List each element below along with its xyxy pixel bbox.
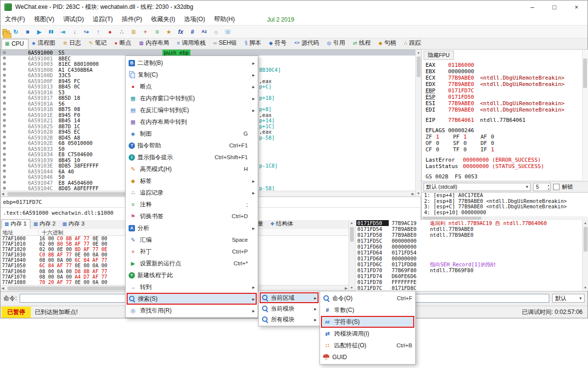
toolbar-button[interactable]: ↓ — [69, 27, 80, 37]
view-tab[interactable]: ⇄ 线程 — [349, 37, 375, 49]
context-menu-item[interactable]: B 二进制(B) ▸ — [127, 57, 257, 69]
toolbar-button[interactable]: + — [139, 27, 151, 37]
context-menu-item[interactable]: i 显示指令提示 Ctrl+Shift+F1 — [127, 151, 257, 163]
cpu-flag[interactable]: SF0 — [453, 140, 481, 146]
breakpoint-dot[interactable] — [3, 175, 6, 178]
context-menu-item[interactable]: 搜索(S) ▸ — [127, 293, 257, 305]
register-value[interactable]: 0171FD50 — [448, 94, 474, 100]
breakpoint-dot[interactable] — [3, 124, 6, 127]
stack-row[interactable]: 0171FD78 FFFFFFFE — [356, 279, 582, 285]
stack-row[interactable]: 0171FD58 77B9ABE0 ntdll.77B9ABE0 — [356, 232, 582, 238]
cpu-flag[interactable]: TF0 — [453, 146, 481, 153]
view-tab[interactable]: ▦ CPU — [1, 39, 28, 49]
context-menu-item[interactable]: ◆ 标签 ▸ — [127, 175, 257, 187]
context-menu-item[interactable]: ∴ 追踪记录 ▸ — [127, 187, 257, 198]
register-value[interactable]: 77B64061 — [448, 117, 474, 123]
argument-row[interactable]: 1: [esp+4] A0C17EEA — [422, 193, 588, 198]
breakpoint-dot[interactable] — [3, 113, 6, 116]
context-menu-item[interactable]: ≡ 注释 ; — [127, 198, 257, 210]
memory-vertical-scrollbar[interactable] — [348, 220, 354, 291]
toolbar-button[interactable]: Az — [198, 27, 210, 37]
stack-row[interactable]: 0171FD70 77B69F80 ntdll.77B69F80 — [356, 267, 582, 273]
view-tab[interactable]: ◎ 引用 — [323, 37, 349, 49]
breakpoint-dot[interactable] — [3, 153, 6, 156]
arguments-pane[interactable]: 1: [esp+4] A0C17EEA 2: [esp+8] 77B9ABE0 … — [421, 193, 588, 220]
context-menu-item[interactable]: ▦ 在内存窗口中转到(E) ▸ — [127, 92, 257, 104]
breakpoint-dot[interactable] — [3, 85, 6, 88]
stack-vertical-scrollbar[interactable] — [582, 220, 588, 291]
toolbar-button[interactable]: ☼ — [210, 27, 222, 37]
arguments-scrollbar[interactable] — [422, 216, 588, 220]
view-tab[interactable]: ≡ 调用堆栈 — [174, 37, 210, 49]
cpu-flag[interactable]: DF0 — [481, 140, 508, 146]
stack-row[interactable]: 0171FD50 77B9AC19 返回到 ntdll.77B9AC19 自 n… — [356, 220, 582, 226]
stack-view[interactable]: 0171FD50 77B9AC19 返回到 ntdll.77B9AC19 自 n… — [356, 220, 582, 291]
menubar-item[interactable]: 视图(V) — [29, 14, 59, 25]
breakpoint-dot[interactable] — [3, 119, 6, 122]
view-tab[interactable]: ≣ 日志 — [60, 37, 85, 49]
toolbar-button[interactable]: ↪ — [80, 27, 92, 37]
submenu-item[interactable]: ⇄ 跨模块调用(I) — [321, 328, 414, 340]
view-tab[interactable]: ◆ 符号 — [266, 37, 291, 49]
breakpoint-dot[interactable] — [3, 90, 6, 93]
menubar-item[interactable]: 调试(D) — [59, 14, 88, 25]
context-menu-item[interactable]: ✎ 高亮模式(H) H — [127, 163, 257, 175]
menubar-item[interactable]: 文件(F) — [0, 14, 29, 25]
context-menu-item[interactable]: ⚑ 切换书签 Ctrl+D — [127, 210, 257, 222]
titlebar[interactable]: WeChat.exe - PID: 263C - 模块: wechatwin.d… — [0, 0, 588, 14]
toolbar-button[interactable]: # — [187, 27, 198, 37]
maximize-button[interactable]: □ — [543, 0, 565, 14]
register-value[interactable]: 0171FD7C — [448, 87, 474, 94]
context-menu-item[interactable]: ◎ 查找引用(R) ▸ — [127, 305, 257, 316]
stack-row[interactable]: 0171FD5C 00000000 — [356, 238, 582, 244]
bottom-tab[interactable]: ▦ 内存 3 — [59, 219, 88, 229]
view-tab[interactable]: <> 源代码 — [291, 37, 324, 49]
register-row[interactable]: EBX 00000000 — [426, 68, 588, 75]
context-menu-item[interactable]: ▤ 在反汇编中转到(E) ▸ — [127, 104, 257, 116]
toolbar-button[interactable]: ★ — [163, 27, 175, 37]
breakpoint-dot[interactable] — [3, 79, 6, 82]
cpu-flag[interactable]: ZF1 — [426, 134, 453, 140]
view-tab[interactable]: § 脚本 — [241, 37, 266, 49]
cpu-flag[interactable]: PF1 — [453, 134, 481, 140]
eflags-row[interactable]: EFLAGS 00000246 — [426, 127, 588, 134]
view-tab[interactable]: ∞ SEH链 — [210, 37, 241, 49]
register-row[interactable]: EIP 77B64061 ntdll.77B64061 — [426, 117, 588, 123]
register-row[interactable]: EAX 01186000 — [426, 62, 588, 68]
breakpoint-dot[interactable] — [3, 187, 6, 190]
submenu-item[interactable]: GUID — [321, 351, 414, 363]
submenu-item[interactable]: 当前区域 ▸ — [260, 292, 319, 303]
breakpoint-dot[interactable] — [3, 51, 6, 54]
toolbar-button[interactable]: ≣ — [128, 27, 139, 37]
toolbar-button[interactable]: ☏ — [222, 27, 234, 37]
context-menu-item[interactable]: ◈ 制图 G — [127, 128, 257, 140]
stack-row[interactable]: 0171FD54 77B9ABE0 ntdll.77B9ABE0 — [356, 226, 582, 232]
calling-convention-select[interactable]: 默认 (stdcall) — [424, 183, 531, 191]
toolbar-button[interactable]: ⇥ — [57, 27, 69, 37]
submenu-item[interactable]: # 常数(C) — [321, 304, 414, 316]
menubar-item[interactable]: 插件(P) — [117, 14, 147, 25]
stack-row[interactable]: 0171FD74 D60FE6D6 — [356, 273, 582, 279]
submenu-item[interactable]: az 字符串(S) — [321, 316, 414, 328]
view-tab[interactable]: ● 断点 — [111, 37, 135, 49]
menubar-item[interactable]: 帮助(H) — [210, 14, 239, 25]
argument-row[interactable]: 4: [esp+10] 00000000 — [422, 210, 588, 216]
breakpoint-dot[interactable] — [3, 147, 6, 150]
breakpoint-dot[interactable] — [3, 57, 6, 59]
register-row[interactable]: ECX 77B9ABE0 <ntdll.DbgUiRemoteBreakin> — [426, 75, 588, 81]
context-menu-item[interactable]: → 转到 ▸ — [127, 281, 257, 293]
registers-pane[interactable]: 隐藏FPU EAX 01186000 EBX 00000000 — [421, 50, 588, 181]
stack-row[interactable]: 0171FD60 00000000 — [356, 244, 582, 250]
toolbar-button[interactable] — [2, 30, 10, 35]
context-menu-item[interactable]: ▦ 在内存布局中转到 — [127, 116, 257, 128]
menubar-item[interactable]: 收藏夹(I) — [147, 14, 180, 25]
breakpoint-dot[interactable] — [3, 158, 6, 161]
submenu-item[interactable]: 当前模块 ▸ — [260, 303, 319, 314]
register-row[interactable]: EDI 77B9ABE0 <ntdll.DbgUiRemoteBreakin> — [426, 107, 588, 113]
stack-row[interactable]: 0171FD64 0171FD54 — [356, 250, 582, 255]
toolbar-button[interactable]: ↻ — [10, 27, 22, 37]
breakpoint-dot[interactable] — [3, 74, 6, 77]
context-menu-item[interactable]: + 补丁 Ctrl+P — [127, 246, 257, 257]
breakpoint-dot[interactable] — [3, 62, 6, 65]
registers-scrollbar[interactable] — [582, 50, 588, 180]
